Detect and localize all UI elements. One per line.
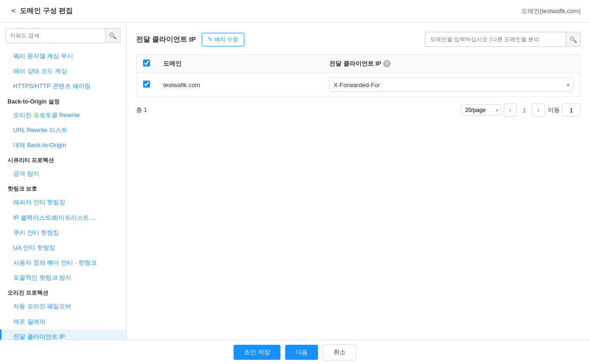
page-goto: 이동 <box>548 104 581 117</box>
row-forward-ip: X-Forwarded-For True-Client-IP 비활성화 <box>323 73 580 97</box>
sidebar-item-url-rewrite-list[interactable]: URL Rewrite 리스트 <box>0 123 126 138</box>
table-row: testwaflk.com X-Forwarded-For True-Clien… <box>136 73 581 97</box>
cancel-button[interactable]: 취소 <box>323 344 356 360</box>
sidebar-item-https-http-cors[interactable]: HTTPS/HTTP 콘텐츠 쉐어링 <box>0 79 126 94</box>
next-button[interactable]: 다음 <box>285 345 318 360</box>
th-forward-client-ip: 전달 클라이언트 IP ? <box>323 55 580 73</box>
goto-label: 이동 <box>548 106 560 114</box>
domain-search-button[interactable]: 🔍 <box>566 32 581 47</box>
top-header: ＜ 도메인 구성 편집 도메인(testwaflk.com) <box>0 0 590 22</box>
forward-ip-select-wrapper: X-Forwarded-For True-Client-IP 비활성화 <box>329 78 574 92</box>
th-forward-ip-label: 전달 클라이언트 IP ? <box>329 59 391 68</box>
page-size-wrapper: 10/page 20/page 50/page 100/page <box>461 104 501 116</box>
sidebar-item-alt-back-to-origin[interactable]: 대체 Back-to-Origin <box>0 138 126 153</box>
sidebar-group-origin-protection: 오리진 프로텍션 <box>0 285 126 299</box>
domain-info: 도메인(testwaflk.com) <box>522 7 581 15</box>
content-header-left: 전달 클라이언트 IP ✎ 배치 수정 <box>136 33 244 46</box>
sidebar-item-ua-anti-hotlink[interactable]: UA 안티 핫링킹 <box>0 240 126 255</box>
goto-input[interactable] <box>562 104 581 117</box>
content-title: 전달 클라이언트 IP <box>136 35 196 44</box>
sidebar-item-ip-blacklist[interactable]: IP 블랙리스트/화이트리스트 ... <box>0 210 126 225</box>
sidebar: 🔍 쿼리 문자열 캐싱 무시 에러 상태 코드 캐싱 HTTPS/HTTP 콘텐… <box>0 22 127 340</box>
row-checkbox[interactable] <box>143 81 150 88</box>
page-size-select[interactable]: 10/page 20/page 50/page 100/page <box>461 104 501 116</box>
search-input[interactable] <box>6 30 105 42</box>
th-domain: 도메인 <box>157 55 323 73</box>
table-header-row: 도메인 전달 클라이언트 IP ? <box>136 55 581 73</box>
domain-search-input[interactable] <box>425 32 566 47</box>
select-all-checkbox[interactable] <box>143 59 150 67</box>
sidebar-item-zero-delay[interactable]: 제로 딜레이 <box>0 314 126 329</box>
data-table: 도메인 전달 클라이언트 IP ? testwaflk.com <box>136 54 581 97</box>
sidebar-item-error-status-cache[interactable]: 에러 상태 코드 캐싱 <box>0 64 126 79</box>
sidebar-item-origin-protocol-rewrite[interactable]: 오리진 프로토콜 Rewrite <box>0 108 126 123</box>
header-left: ＜ 도메인 구성 편집 <box>9 6 73 16</box>
sidebar-item-cookie-anti-hotlink[interactable]: 쿠키 안티 핫링킹 <box>0 225 126 240</box>
back-arrow-icon[interactable]: ＜ <box>9 6 17 16</box>
footer: 초안 저장 다음 취소 <box>0 340 590 364</box>
pagination-right: 10/page 20/page 50/page 100/page ‹ 1 › 이… <box>461 104 581 117</box>
sidebar-item-auto-origin-failover[interactable]: 자동 오리진 페일오버 <box>0 299 126 314</box>
sidebar-search: 🔍 <box>6 28 121 43</box>
prev-page-button[interactable]: ‹ <box>504 104 517 117</box>
sidebar-item-query-cache-ignore[interactable]: 쿼리 문자열 캐싱 무시 <box>0 49 126 64</box>
sidebar-item-referrer-anti-hotlink[interactable]: 레퍼러 안티 핫링킹 <box>0 195 126 210</box>
search-button[interactable]: 🔍 <box>105 29 120 43</box>
current-page: 1 <box>520 107 529 114</box>
sidebar-group-back-to-origin: Back-to-Origin 설정 <box>0 94 126 108</box>
row-domain: testwaflk.com <box>157 73 323 97</box>
next-page-button[interactable]: › <box>532 104 545 117</box>
row-checkbox-cell <box>136 73 157 97</box>
sidebar-item-attack-detection[interactable]: 공격 탐지 <box>0 166 126 181</box>
sidebar-group-security: 시큐리티 프로텍션 <box>0 153 126 166</box>
th-forward-ip-text: 전달 클라이언트 IP <box>329 59 381 68</box>
content-header: 전달 클라이언트 IP ✎ 배치 수정 🔍 <box>136 32 581 47</box>
content-area: 전달 클라이언트 IP ✎ 배치 수정 🔍 도메인 <box>127 22 590 340</box>
sidebar-group-hotlink: 핫링크 보호 <box>0 181 126 195</box>
forward-ip-select[interactable]: X-Forwarded-For True-Client-IP 비활성화 <box>329 78 574 92</box>
total-count: 총 1 <box>136 106 147 114</box>
main-layout: 🔍 쿼리 문자열 캐싱 무시 에러 상태 코드 캐싱 HTTPS/HTTP 콘텐… <box>0 22 590 340</box>
page-title: 도메인 구성 편집 <box>20 7 73 15</box>
sidebar-item-custom-header-anti[interactable]: 사용자 정의 헤더 안티 - 핫링크 <box>0 255 126 270</box>
batch-edit-button[interactable]: ✎ 배치 수정 <box>202 33 244 46</box>
pagination: 총 1 10/page 20/page 50/page 100/page ‹ 1… <box>136 104 581 117</box>
help-icon[interactable]: ? <box>383 60 391 67</box>
save-draft-button[interactable]: 초안 저장 <box>234 345 280 360</box>
batch-edit-label: 배치 수정 <box>214 36 238 44</box>
edit-icon: ✎ <box>208 36 212 43</box>
th-checkbox <box>136 55 157 73</box>
content-header-right: 🔍 <box>425 32 581 47</box>
sidebar-item-forward-client-ip[interactable]: 전달 클라이언트 IP <box>0 329 126 340</box>
sidebar-item-comprehensive-hotlink[interactable]: 포괄적인 핫링크 방지 <box>0 270 126 285</box>
